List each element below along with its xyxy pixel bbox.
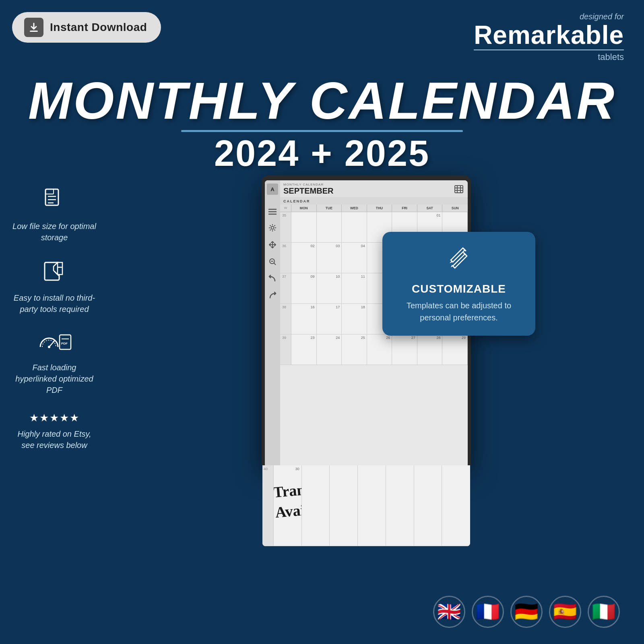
feature-install: Easy to install no third-party tools req…	[12, 259, 97, 315]
svg-rect-13	[455, 186, 463, 193]
header: Instant Download designed for Remarkable…	[0, 0, 644, 62]
cell-40-wed	[330, 465, 358, 546]
sidebar-btn-a: A	[267, 184, 278, 195]
flag-es: 🇪🇸	[549, 596, 581, 628]
cell-37-wed: 11	[342, 273, 367, 303]
week-40: 40	[262, 465, 274, 546]
week-37: 37	[280, 273, 291, 303]
cell-40-tue	[302, 465, 330, 546]
file-size-icon	[42, 188, 66, 217]
cell-37-mon: 09	[291, 273, 317, 303]
day-sat: SAT	[417, 204, 443, 212]
feature-rating-text: Highly rated on Etsy, see reviews below	[12, 428, 97, 451]
svg-text:Translations: Translations	[274, 477, 302, 501]
remarkable-name: Remarkable	[474, 22, 624, 48]
cal-month: SEPTEMBER	[283, 186, 333, 195]
stars-icon: ★★★★★	[29, 412, 80, 424]
cal-row-39: 39 23 24 25 26 27 28 29	[280, 334, 468, 365]
cell-40-fri	[386, 465, 414, 546]
days-header: W MON TUE WED THU FRI SAT SUN	[280, 204, 468, 212]
customizable-box: CUSTOMIZABLE Templates can be adjusted t…	[382, 232, 535, 336]
pdf-icon: PDF	[36, 331, 72, 358]
day-mon: MON	[291, 204, 317, 212]
cell-40-sat	[414, 465, 442, 546]
flag-fr: 🇫🇷	[472, 596, 504, 628]
day-fri: FRI	[392, 204, 417, 212]
sidebar-icon-undo	[268, 275, 277, 284]
day-tue: TUE	[317, 204, 342, 212]
cell-39-sat: 28	[417, 334, 443, 365]
download-icon	[24, 18, 43, 37]
sidebar-icon-zoom	[268, 258, 277, 267]
feature-file-size-text: Low file size for optimal storage	[12, 221, 97, 243]
remarkable-logo: designed for Remarkable tablets	[474, 12, 624, 62]
cell-40-thu	[358, 465, 386, 546]
year-title: 2024 + 2025	[12, 135, 632, 171]
week-39: 39	[280, 334, 291, 365]
cell-35-mon	[291, 212, 317, 242]
feature-pdf-text: Fast loading hyperlinked optimized PDF	[12, 362, 97, 396]
svg-point-21	[271, 227, 274, 229]
cell-39-thu: 26	[367, 334, 392, 365]
sidebar-icon-menu	[268, 208, 277, 217]
flags-row: 🇬🇧 🇫🇷 🇩🇪 🇪🇸 🇮🇹	[433, 596, 620, 628]
feature-install-text: Easy to install no third-party tools req…	[12, 292, 97, 315]
tablet-wrapper: MONTHLY CALENDAR SEPTEMBER	[262, 175, 471, 546]
cell-36-wed: 04	[342, 243, 367, 273]
day-wed: WED	[342, 204, 367, 212]
customizable-title: CUSTOMIZABLE	[392, 283, 525, 295]
day-thu: THU	[367, 204, 392, 212]
instant-download-badge: Instant Download	[12, 12, 161, 43]
sidebar-icon-settings	[268, 224, 277, 233]
week-38: 38	[280, 304, 291, 334]
cal-label: MONTHLY CALENDAR	[283, 183, 333, 186]
svg-rect-1	[30, 31, 38, 32]
feature-rating: ★★★★★ Highly rated on Etsy, see reviews …	[12, 412, 97, 451]
cell-37-tue: 10	[317, 273, 342, 303]
cell-36-mon: 02	[291, 243, 317, 273]
cell-39-mon: 23	[291, 334, 317, 365]
left-features: Low file size for optimal storage Easy t…	[8, 180, 97, 574]
cell-40-sun	[442, 465, 470, 546]
cal-grid-icon	[454, 184, 464, 196]
translations-handwritten: Translations Available!	[274, 473, 302, 539]
cell-39-tue: 24	[317, 334, 342, 365]
flag-uk: 🇬🇧	[433, 596, 465, 628]
remarkable-tablets: tablets	[474, 52, 624, 62]
cell-36-tue: 03	[317, 243, 342, 273]
flag-it: 🇮🇹	[588, 596, 620, 628]
svg-line-23	[274, 263, 276, 265]
cell-35-wed	[342, 212, 367, 242]
svg-rect-3	[45, 189, 54, 194]
feature-pdf: PDF Fast loading hyperlinked optimized P…	[12, 331, 97, 396]
customizable-text: Templates can be adjusted to personal pr…	[392, 299, 525, 324]
cell-38-mon: 16	[291, 304, 317, 334]
cell-38-wed: 18	[342, 304, 367, 334]
title-underline	[181, 130, 463, 132]
instant-download-text: Instant Download	[50, 21, 147, 34]
device-mockup: MONTHLY CALENDAR SEPTEMBER	[97, 175, 636, 574]
main-title-line1: MONTHLY CALENDAR	[12, 74, 632, 127]
week-col-header: W	[280, 204, 291, 212]
cell-39-wed: 25	[342, 334, 367, 365]
content-area: Low file size for optimal storage Easy t…	[0, 180, 644, 574]
cell-39-fri: 27	[392, 334, 417, 365]
cell-40-mon: 30 Translations Available!	[274, 465, 302, 546]
calendar-section-label: CALENDAR	[265, 198, 468, 204]
flag-de: 🇩🇪	[510, 596, 543, 628]
install-icon	[42, 259, 66, 288]
cell-39-sun: 29	[442, 334, 468, 365]
customizable-tools-icon	[392, 244, 525, 278]
week-36: 36	[280, 243, 291, 273]
sidebar-icon-move	[268, 241, 277, 250]
remarkable-underline	[474, 50, 624, 50]
sidebar-icon-redo	[268, 291, 277, 301]
main-title-area: MONTHLY CALENDAR 2024 + 2025	[0, 74, 644, 171]
cell-38-tue: 17	[317, 304, 342, 334]
remarkable-designed-for: designed for	[474, 12, 624, 21]
cal-row-40: 40 30 Translations Available!	[262, 465, 470, 546]
feature-file-size: Low file size for optimal storage	[12, 188, 97, 243]
day-sun: SUN	[442, 204, 468, 212]
svg-line-9	[49, 341, 55, 347]
svg-text:PDF: PDF	[61, 342, 68, 345]
